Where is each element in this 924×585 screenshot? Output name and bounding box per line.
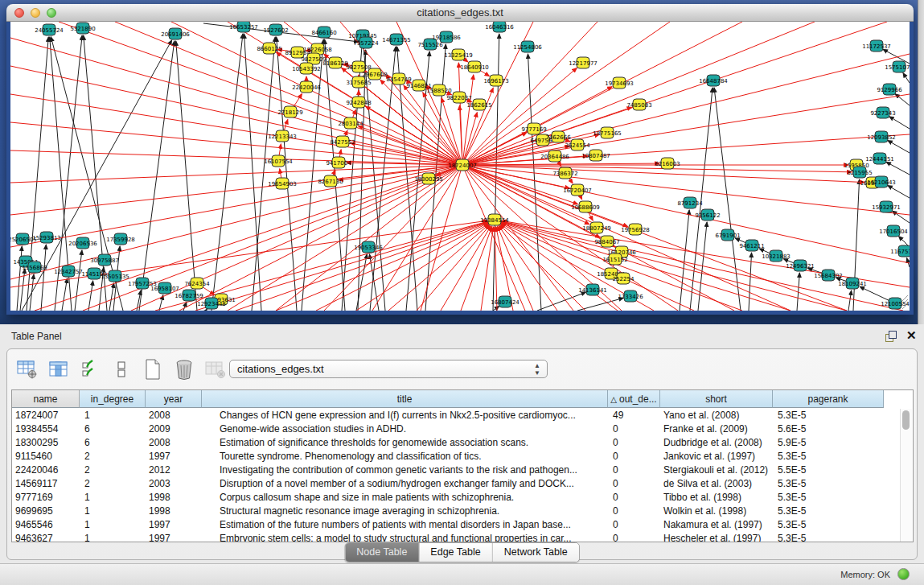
- cell[interactable]: 2008: [146, 435, 202, 449]
- cell[interactable]: Hescheler et al. (1997): [660, 531, 773, 542]
- network-window[interactable]: citations_edges.txt 86601258912954182260…: [6, 4, 914, 315]
- graph-node[interactable]: 10653257: [229, 22, 258, 32]
- table-row[interactable]: 946362711997Embryonic stem cells: a mode…: [12, 531, 913, 542]
- cell[interactable]: 9463627: [12, 531, 80, 542]
- stacked-rows-icon[interactable]: [109, 357, 133, 381]
- graph-node[interactable]: 11172537: [862, 40, 891, 51]
- row-check-icon[interactable]: [78, 357, 102, 381]
- table-row[interactable]: 1830029562008Estimation of significance …: [12, 435, 913, 449]
- cell[interactable]: Estimation of significance thresholds fo…: [202, 435, 608, 449]
- graph-node[interactable]: 8466160: [311, 27, 336, 38]
- graph-node[interactable]: 19654903: [268, 178, 297, 189]
- column-header-in_degree[interactable]: in_degree: [80, 390, 146, 408]
- cell[interactable]: Yano et al. (2008): [660, 408, 773, 422]
- cell[interactable]: 5.3E-5: [773, 531, 884, 542]
- graph-node[interactable]: 11254806: [513, 41, 542, 52]
- cell[interactable]: Jankovic et al. (1997): [660, 449, 773, 463]
- cell[interactable]: 0: [608, 476, 660, 490]
- cell[interactable]: Genome-wide association studies in ADHD.: [202, 422, 608, 435]
- graph-node[interactable]: 9227343: [870, 107, 895, 118]
- tab-node-table[interactable]: Node Table: [345, 543, 419, 562]
- graph-node[interactable]: 20206536: [68, 237, 97, 249]
- graph-node[interactable]: 8791234: [677, 197, 703, 208]
- cell[interactable]: 0: [608, 463, 660, 476]
- graph-node[interactable]: 11675310: [890, 245, 910, 257]
- scrollbar-thumb[interactable]: [902, 410, 910, 430]
- cell[interactable]: 22420046: [12, 463, 80, 476]
- cell[interactable]: 6: [80, 422, 146, 435]
- graph-node[interactable]: 24055724: [35, 24, 64, 35]
- graph-node[interactable]: 12444151: [865, 153, 894, 164]
- citation-network-graph[interactable]: 8660125891295418226058982750981863289827…: [10, 22, 910, 311]
- cell[interactable]: 0: [608, 449, 660, 463]
- cell[interactable]: 2008: [146, 408, 202, 422]
- graph-node[interactable]: 9129966: [877, 84, 902, 95]
- column-visibility-icon[interactable]: [47, 357, 71, 381]
- table-row[interactable]: 1872400712008Changes of HCN gene express…: [12, 408, 913, 422]
- cell[interactable]: 18724007: [12, 408, 80, 422]
- column-header-out_de[interactable]: △out_de...: [608, 390, 660, 408]
- column-header-year[interactable]: year: [146, 390, 202, 408]
- graph-node[interactable]: 12217977: [569, 57, 598, 68]
- column-header-short[interactable]: short: [660, 390, 773, 408]
- graph-node[interactable]: 12093852: [867, 131, 896, 142]
- tab-network-table[interactable]: Network Table: [493, 543, 579, 562]
- cell[interactable]: Changes of HCN gene expression and I(f) …: [202, 408, 608, 422]
- cell[interactable]: Franke et al. (2009): [660, 422, 773, 435]
- cell[interactable]: 0: [608, 435, 660, 449]
- cell[interactable]: 1998: [146, 504, 202, 517]
- graph-node[interactable]: 30975887: [90, 254, 119, 266]
- cell[interactable]: 5.3E-5: [773, 517, 884, 531]
- cell[interactable]: 14569117: [12, 476, 80, 490]
- table-scrollbar[interactable]: [900, 409, 912, 542]
- graph-node[interactable]: 15684302: [814, 270, 843, 281]
- graph-node[interactable]: 16046316: [485, 22, 514, 32]
- delete-table-icon[interactable]: [172, 357, 196, 381]
- graph-node[interactable]: 10688609: [571, 201, 600, 212]
- graph-node[interactable]: 3175685: [346, 76, 371, 88]
- table-row[interactable]: 2242004622012Investigating the contribut…: [12, 463, 913, 476]
- cell[interactable]: 2003: [146, 476, 202, 490]
- column-header-name[interactable]: name: [12, 390, 80, 408]
- new-table-icon[interactable]: [141, 357, 165, 381]
- cell[interactable]: Investigating the contribution of common…: [202, 463, 608, 476]
- cell[interactable]: 1: [80, 490, 146, 504]
- graph-node[interactable]: 18775165: [593, 127, 622, 138]
- cell[interactable]: Nakamura et al. (1997): [660, 517, 773, 531]
- cell[interactable]: 1997: [146, 531, 202, 542]
- graph-node[interactable]: 9417004: [326, 157, 351, 168]
- cell[interactable]: 9699695: [12, 504, 80, 517]
- graph-node[interactable]: 12100554: [881, 298, 910, 309]
- cell[interactable]: 1997: [146, 449, 202, 463]
- cell[interactable]: 2: [80, 449, 146, 463]
- graph-node[interactable]: 8267130: [318, 175, 343, 187]
- cell[interactable]: 0: [608, 490, 660, 504]
- graph-node[interactable]: 16720407: [563, 184, 592, 196]
- table-selector-dropdown[interactable]: citations_edges.txt ▲▼: [229, 360, 548, 378]
- cell[interactable]: 5.3E-5: [773, 408, 884, 422]
- table-row[interactable]: 1938455462009Genome-wide association stu…: [12, 422, 913, 435]
- cell[interactable]: 1998: [146, 490, 202, 504]
- cell[interactable]: Embryonic stem cells: a model to study s…: [202, 531, 608, 542]
- cell[interactable]: 1997: [146, 517, 202, 531]
- network-view-canvas[interactable]: 8660125891295418226058982750981863289827…: [10, 22, 910, 311]
- cell[interactable]: 1: [80, 408, 146, 422]
- graph-node[interactable]: 8427552: [330, 136, 355, 147]
- cell[interactable]: 0: [608, 531, 660, 542]
- cell[interactable]: 0: [608, 422, 660, 435]
- graph-node[interactable]: 6216003: [655, 158, 680, 169]
- cell[interactable]: 5.6E-5: [773, 422, 884, 435]
- graph-node[interactable]: 2803144: [338, 117, 363, 129]
- table-row[interactable]: 969969511998Structural magnetic resonanc…: [12, 504, 913, 517]
- float-panel-icon[interactable]: [885, 331, 897, 342]
- cell[interactable]: Corpus callosum shape and size in male p…: [202, 490, 608, 504]
- cell[interactable]: 18300295: [12, 435, 80, 449]
- table-row[interactable]: 946554611997Estimation of the future num…: [12, 517, 913, 531]
- cell[interactable]: 49: [608, 408, 660, 422]
- cell[interactable]: 1: [80, 517, 146, 531]
- graph-node[interactable]: 1527602: [263, 24, 288, 35]
- cell[interactable]: 5.3E-5: [773, 449, 884, 463]
- cell[interactable]: 9115460: [12, 449, 80, 463]
- cell[interactable]: Stergiakouli et al. (2012): [660, 463, 773, 476]
- graph-node[interactable]: 20691406: [161, 28, 190, 39]
